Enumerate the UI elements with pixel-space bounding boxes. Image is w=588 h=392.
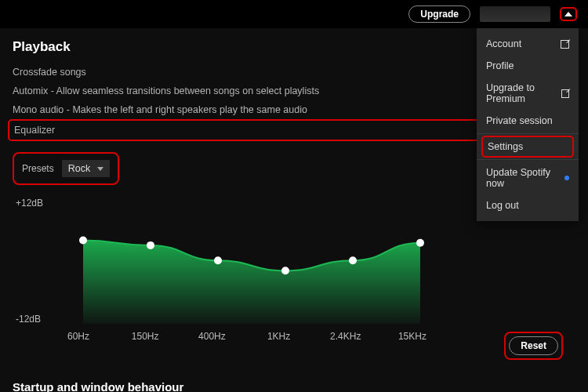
user-menu-chevron[interactable] (560, 7, 577, 21)
freq-2: 400Hz (188, 331, 235, 342)
preset-select[interactable]: Rock (62, 160, 110, 177)
user-dropdown: Account Profile Upgrade to Premium Priva… (477, 28, 579, 221)
row-mono-label: Mono audio - Makes the left and right sp… (13, 104, 307, 115)
db-bot-label: -12dB (16, 314, 41, 325)
eq-handle[interactable] (416, 239, 424, 247)
menu-logout-label: Log out (486, 200, 519, 211)
equalizer-svg[interactable] (67, 202, 436, 324)
menu-account-label: Account (486, 38, 521, 49)
chevron-up-icon (564, 12, 572, 16)
eq-handle[interactable] (79, 236, 87, 244)
user-menu-button[interactable] (480, 6, 550, 22)
menu-settings-label: Settings (488, 141, 523, 152)
menu-update-label: Update Spotify now (486, 167, 564, 189)
freq-5: 15KHz (389, 331, 436, 342)
menu-separator (477, 133, 579, 134)
reset-button[interactable]: Reset (509, 336, 558, 355)
freq-1: 150Hz (122, 331, 169, 342)
eq-handle[interactable] (281, 267, 289, 274)
eq-handle[interactable] (349, 256, 357, 264)
freq-4: 2.4KHz (322, 331, 369, 342)
menu-account[interactable]: Account (477, 33, 579, 55)
upgrade-button[interactable]: Upgrade (408, 5, 470, 23)
menu-separator (477, 159, 579, 160)
reset-wrap: Reset (504, 332, 563, 360)
db-top-label: +12dB (16, 198, 43, 209)
menu-upgrade[interactable]: Upgrade to Premium (477, 77, 579, 110)
external-link-icon (561, 89, 569, 98)
freq-3: 1KHz (256, 331, 303, 342)
freq-labels: 60Hz 150Hz 400Hz 1KHz 2.4KHz 15KHz (67, 331, 436, 342)
menu-profile-label: Profile (486, 60, 514, 71)
menu-update[interactable]: Update Spotify now (477, 162, 579, 194)
menu-logout[interactable]: Log out (477, 194, 579, 216)
topbar: Upgrade (0, 0, 588, 28)
menu-upgrade-label: Upgrade to Premium (486, 82, 561, 104)
section-startup-title: Startup and window behaviour (13, 380, 569, 392)
eq-handle[interactable] (214, 256, 222, 264)
freq-0: 60Hz (55, 331, 102, 342)
menu-settings[interactable]: Settings (481, 136, 574, 158)
external-link-icon (561, 40, 569, 49)
menu-private-label: Private session (486, 115, 553, 126)
presets-group: Presets Rock (13, 152, 119, 185)
row-automix-label: Automix - Allow seamless transitions bet… (13, 85, 319, 96)
eq-handle[interactable] (147, 241, 154, 249)
presets-label: Presets (22, 163, 54, 174)
row-crossfade-label: Crossfade songs (13, 67, 86, 78)
row-equalizer-label: Equalizer (14, 125, 55, 136)
menu-profile[interactable]: Profile (477, 55, 579, 77)
menu-private-session[interactable]: Private session (477, 110, 579, 132)
update-dot-icon (564, 176, 569, 180)
